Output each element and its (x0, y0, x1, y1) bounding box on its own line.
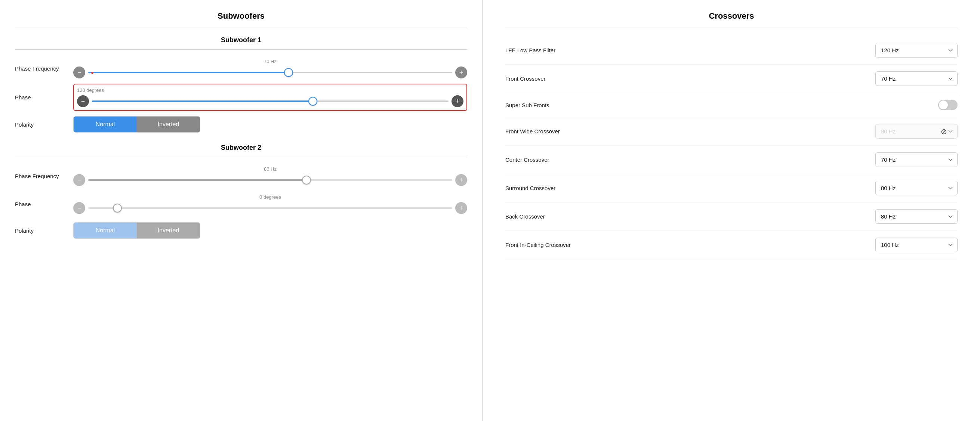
back-crossover-row: Back Crossover 80 Hz 70 Hz 100 Hz (505, 202, 958, 231)
lfe-low-pass-select[interactable]: 120 Hz 80 Hz 100 Hz 150 Hz (875, 43, 958, 57)
subwoofers-title: Subwoofers (15, 11, 467, 21)
center-crossover-row: Center Crossover 70 Hz 80 Hz 100 Hz (505, 146, 958, 174)
sub1-phase-frequency-minus-btn[interactable]: − (73, 67, 85, 78)
sub2-polarity-toggle: Normal Inverted (73, 222, 200, 239)
sub2-phase-track[interactable] (88, 207, 452, 209)
front-wide-crossover-row: Front Wide Crossover 80 Hz ⊘ (505, 117, 958, 146)
back-crossover-select[interactable]: 80 Hz 70 Hz 100 Hz (875, 209, 958, 224)
sub1-phase-track[interactable] (92, 100, 449, 102)
subwoofer-2-section: Subwoofer 2 Phase Frequency 80 Hz − + Ph… (15, 144, 467, 239)
crossovers-title: Crossovers (505, 11, 958, 21)
crossovers-title-divider (505, 27, 958, 27)
sub2-phase-plus-btn[interactable]: + (455, 202, 467, 214)
sub1-phase-slider-row: − + (77, 95, 463, 107)
sub1-phase-label: Phase (15, 94, 67, 100)
sub1-phase-frequency-plus-btn[interactable]: + (455, 67, 467, 78)
sub1-phase-frequency-value: 70 Hz (264, 59, 277, 64)
sub1-phase-frequency-thumb[interactable] (284, 68, 293, 77)
center-crossover-select[interactable]: 70 Hz 80 Hz 100 Hz (875, 153, 958, 167)
sub2-polarity-row: Polarity Normal Inverted (15, 222, 467, 239)
front-in-ceiling-crossover-select[interactable]: 100 Hz 80 Hz 120 Hz (875, 238, 958, 252)
sub1-phase-frequency-label: Phase Frequency (15, 65, 67, 72)
sub2-phase-minus-btn[interactable]: − (73, 202, 85, 214)
sub2-divider (15, 157, 467, 157)
super-sub-fronts-label: Super Sub Fronts (505, 102, 931, 108)
sub1-phase-frequency-slider-container: 70 Hz − + (73, 59, 467, 78)
surround-crossover-row: Surround Crossover 80 Hz 70 Hz 100 Hz (505, 174, 958, 202)
sub2-phase-frequency-track[interactable] (88, 179, 452, 181)
sub1-phase-frequency-red-dot (91, 72, 94, 74)
sub2-polarity-normal-btn[interactable]: Normal (74, 222, 137, 238)
left-panel: Subwoofers Subwoofer 1 Phase Frequency 7… (0, 0, 482, 421)
front-crossover-row: Front Crossover 70 Hz 80 Hz 100 Hz 120 H… (505, 65, 958, 93)
front-in-ceiling-crossover-row: Front In-Ceiling Crossover 100 Hz 80 Hz … (505, 231, 958, 259)
front-wide-crossover-select[interactable]: 80 Hz (875, 124, 958, 138)
subwoofer-2-title: Subwoofer 2 (15, 144, 467, 152)
sub2-phase-value: 0 degrees (259, 194, 281, 200)
subwoofer-1-title: Subwoofer 1 (15, 36, 467, 44)
sub1-phase-frequency-slider-row: − + (73, 67, 467, 78)
sub1-polarity-row: Polarity Normal Inverted (15, 116, 467, 133)
sub1-phase-slider-container: 120 degrees − + (73, 87, 467, 108)
sub2-phase-frequency-plus-btn[interactable]: + (455, 174, 467, 186)
sub1-divider (15, 49, 467, 50)
sub1-polarity-inverted-btn[interactable]: Inverted (137, 116, 200, 132)
sub2-phase-frequency-thumb[interactable] (302, 176, 311, 184)
sub1-phase-frequency-row: Phase Frequency 70 Hz − + (15, 59, 467, 78)
title-divider (15, 27, 467, 27)
front-wide-crossover-label: Front Wide Crossover (505, 128, 868, 135)
super-sub-fronts-row: Super Sub Fronts (505, 93, 958, 117)
front-wide-crossover-select-wrapper: 80 Hz ⊘ (875, 124, 958, 138)
sub1-phase-plus-btn[interactable]: + (452, 95, 463, 107)
sub1-polarity-toggle: Normal Inverted (73, 116, 200, 133)
front-crossover-select[interactable]: 70 Hz 80 Hz 100 Hz 120 Hz (875, 71, 958, 86)
lfe-low-pass-label: LFE Low Pass Filter (505, 47, 868, 53)
sub2-phase-label: Phase (15, 201, 67, 207)
sub1-polarity-normal-btn[interactable]: Normal (74, 116, 137, 132)
sub2-phase-thumb[interactable] (113, 203, 122, 213)
sub2-phase-slider-container: 0 degrees − + (73, 194, 467, 214)
sub2-phase-frequency-value: 80 Hz (264, 166, 277, 172)
subwoofer-1-section: Subwoofer 1 Phase Frequency 70 Hz − + Ph… (15, 36, 467, 133)
super-sub-fronts-toggle[interactable] (938, 100, 958, 110)
sub2-polarity-label: Polarity (15, 227, 67, 234)
sub1-phase-focused-box: 120 degrees − + (73, 84, 467, 111)
front-in-ceiling-crossover-label: Front In-Ceiling Crossover (505, 242, 868, 248)
sub1-phase-frequency-track[interactable] (88, 72, 452, 73)
surround-crossover-select[interactable]: 80 Hz 70 Hz 100 Hz (875, 181, 958, 195)
sub1-phase-thumb[interactable] (309, 97, 317, 106)
sub2-phase-row: Phase 0 degrees − + (15, 194, 467, 214)
sub2-phase-slider-row: − + (73, 202, 467, 214)
front-crossover-label: Front Crossover (505, 75, 868, 82)
sub1-polarity-label: Polarity (15, 121, 67, 128)
sub2-phase-frequency-minus-btn[interactable]: − (73, 174, 85, 186)
center-crossover-label: Center Crossover (505, 157, 868, 163)
sub2-phase-frequency-slider-container: 80 Hz − + (73, 166, 467, 186)
back-crossover-label: Back Crossover (505, 213, 868, 220)
lfe-low-pass-row: LFE Low Pass Filter 120 Hz 80 Hz 100 Hz … (505, 36, 958, 65)
surround-crossover-label: Surround Crossover (505, 185, 868, 191)
sub2-polarity-inverted-btn[interactable]: Inverted (137, 222, 200, 238)
sub2-phase-frequency-slider-row: − + (73, 174, 467, 186)
sub1-phase-minus-btn[interactable]: − (77, 95, 89, 107)
sub1-phase-value: 120 degrees (77, 87, 463, 93)
right-panel: Crossovers LFE Low Pass Filter 120 Hz 80… (483, 0, 980, 421)
sub1-phase-row: Phase 120 degrees − + (15, 87, 467, 108)
toggle-knob (939, 100, 948, 110)
sub2-phase-frequency-label: Phase Frequency (15, 173, 67, 179)
sub2-phase-frequency-row: Phase Frequency 80 Hz − + (15, 166, 467, 186)
